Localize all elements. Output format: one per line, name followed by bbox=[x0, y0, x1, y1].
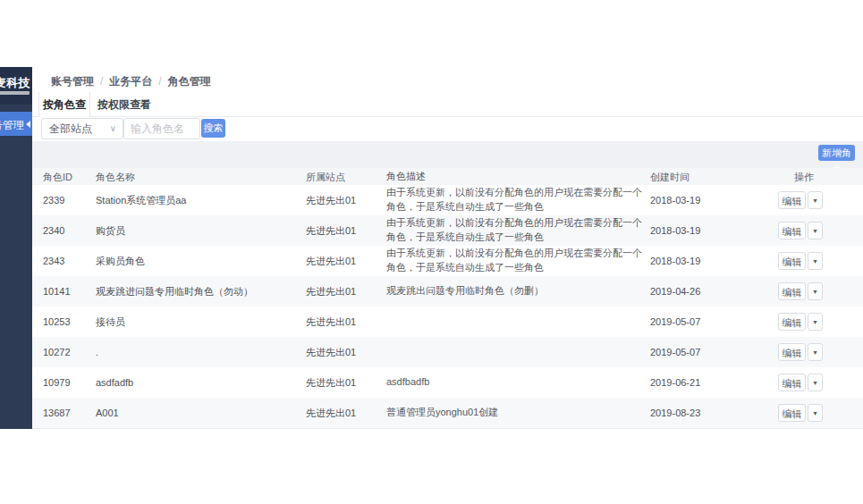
chevron-down-icon: ▼ bbox=[812, 197, 818, 204]
edit-button[interactable]: 编辑 bbox=[778, 222, 806, 239]
cell-actions: 编辑▼ bbox=[778, 374, 857, 391]
cell-description: 普通管理员yonghu01创建 bbox=[386, 406, 650, 420]
sidebar: 观麦科技 账号管理 bbox=[0, 67, 32, 429]
edit-dropdown-button[interactable]: ▼ bbox=[808, 222, 823, 239]
chevron-down-icon: ▼ bbox=[812, 228, 818, 234]
toolbar-band: 新增角色 bbox=[32, 141, 863, 168]
chevron-down-icon: ▼ bbox=[812, 289, 818, 295]
cell-site: 先进先出01 bbox=[306, 346, 356, 359]
col-created: 创建时间 bbox=[650, 170, 690, 183]
edit-dropdown-button[interactable]: ▼ bbox=[808, 404, 823, 422]
chevron-down-icon: ▼ bbox=[812, 258, 818, 265]
edit-dropdown-button[interactable]: ▼ bbox=[808, 374, 823, 391]
table-row: 2340 购货员 先进先出01 由于系统更新，以前没有分配角色的用户现在需要分配… bbox=[32, 215, 863, 246]
edit-button[interactable]: 编辑 bbox=[778, 252, 806, 270]
cell-actions: 编辑▼ bbox=[778, 343, 857, 361]
cell-site: 先进先出01 bbox=[306, 224, 356, 238]
edit-button[interactable]: 编辑 bbox=[778, 313, 806, 331]
cell-role-name: Station系统管理员aa bbox=[96, 194, 186, 207]
edit-button[interactable]: 编辑 bbox=[778, 404, 806, 422]
table-row: 2339 Station系统管理员aa 先进先出01 由于系统更新，以前没有分配… bbox=[32, 185, 863, 215]
edit-button[interactable]: 编辑 bbox=[778, 191, 806, 209]
cell-role-id: 10979 bbox=[43, 377, 71, 388]
site-select[interactable]: 全部站点 ∨ bbox=[41, 118, 123, 139]
cell-role-id: 2343 bbox=[43, 256, 64, 266]
tab-bar: 按角色查看 按权限查看 bbox=[32, 92, 863, 117]
site-select-value: 全部站点 bbox=[49, 122, 92, 135]
cell-role-name: asdfadfb bbox=[96, 377, 133, 388]
cell-role-name: 接待员 bbox=[96, 315, 125, 329]
cell-actions: 编辑▼ bbox=[778, 313, 857, 331]
add-role-button[interactable]: 新增角色 bbox=[818, 145, 855, 161]
breadcrumb-item-account[interactable]: 账号管理 bbox=[51, 75, 94, 88]
tab-view-by-permission[interactable]: 按权限查看 bbox=[91, 92, 157, 117]
cell-created: 2019-08-23 bbox=[650, 407, 700, 418]
edit-button[interactable]: 编辑 bbox=[778, 374, 806, 391]
cell-site: 先进先出01 bbox=[306, 315, 356, 329]
arrow-left-icon bbox=[26, 121, 30, 128]
table-row: 10253 接待员 先进先出01 2019-05-07 编辑▼ bbox=[32, 307, 863, 337]
cell-created: 2019-04-26 bbox=[650, 286, 700, 297]
col-role-id: 角色ID bbox=[43, 170, 72, 183]
cell-actions: 编辑▼ bbox=[778, 282, 857, 300]
logo-text: 观麦科技 bbox=[0, 75, 30, 91]
cell-created: 2018-03-19 bbox=[650, 256, 700, 266]
cell-role-name: . bbox=[96, 347, 98, 357]
edit-button[interactable]: 编辑 bbox=[778, 282, 806, 300]
table-row: 10272 . 先进先出01 2019-05-07 编辑▼ bbox=[32, 337, 863, 367]
cell-created: 2018-03-19 bbox=[650, 195, 700, 206]
edit-dropdown-button[interactable]: ▼ bbox=[808, 313, 823, 331]
cell-actions: 编辑▼ bbox=[778, 191, 857, 209]
search-button[interactable]: 搜索 bbox=[201, 119, 225, 138]
breadcrumb: 账号管理/业务平台/角色管理 bbox=[51, 74, 211, 89]
cell-description: asdfbadfb bbox=[386, 375, 650, 390]
cell-actions: 编辑▼ bbox=[778, 252, 857, 270]
edit-dropdown-button[interactable]: ▼ bbox=[808, 191, 823, 209]
cell-site: 先进先出01 bbox=[306, 255, 356, 268]
cell-actions: 编辑▼ bbox=[778, 404, 857, 422]
table-row: 13687 A001 先进先出01 普通管理员yonghu01创建 2019-0… bbox=[32, 398, 863, 428]
edit-dropdown-button[interactable]: ▼ bbox=[808, 343, 823, 361]
chevron-down-icon: ∨ bbox=[110, 119, 116, 139]
cell-description: 由于系统更新，以前没有分配角色的用户现在需要分配一个角色，于是系统自动生成了一些… bbox=[386, 247, 650, 275]
table-row: 10979 asdfadfb 先进先出01 asdfbadfb 2019-06-… bbox=[32, 367, 863, 398]
sidebar-item-account-management[interactable]: 账号管理 bbox=[0, 112, 32, 136]
table-row: 2343 采购员角色 先进先出01 由于系统更新，以前没有分配角色的用户现在需要… bbox=[32, 246, 863, 276]
edit-dropdown-button[interactable]: ▼ bbox=[808, 282, 823, 300]
logo: 观麦科技 bbox=[0, 67, 32, 105]
chevron-down-icon: ▼ bbox=[812, 349, 818, 356]
cell-created: 2019-05-07 bbox=[650, 316, 700, 327]
cell-site: 先进先出01 bbox=[306, 376, 356, 390]
cell-actions: 编辑▼ bbox=[778, 222, 857, 239]
breadcrumb-bar: 账号管理/业务平台/角色管理 bbox=[32, 67, 863, 92]
breadcrumb-separator: / bbox=[158, 75, 161, 88]
tab-view-by-role[interactable]: 按角色查看 bbox=[38, 92, 90, 117]
cell-site: 先进先出01 bbox=[306, 407, 356, 420]
cell-created: 2018-03-19 bbox=[650, 225, 700, 236]
cell-role-name: 购货员 bbox=[96, 224, 125, 238]
breadcrumb-item-role: 角色管理 bbox=[168, 75, 211, 88]
cell-role-id: 10272 bbox=[43, 347, 71, 357]
breadcrumb-separator: / bbox=[100, 75, 103, 88]
role-name-input[interactable] bbox=[123, 118, 200, 139]
edit-button[interactable]: 编辑 bbox=[778, 343, 806, 361]
cell-created: 2019-06-21 bbox=[650, 377, 700, 388]
table-header: 角色ID 角色名称 所属站点 角色描述 创建时间 操作 bbox=[32, 168, 863, 185]
cell-role-id: 13687 bbox=[43, 407, 71, 418]
logo-subtitle bbox=[0, 91, 30, 95]
col-description: 角色描述 bbox=[386, 170, 426, 184]
breadcrumb-item-platform[interactable]: 业务平台 bbox=[109, 75, 152, 88]
chevron-down-icon: ▼ bbox=[812, 410, 818, 416]
col-site: 所属站点 bbox=[306, 170, 345, 183]
table-row: 10141 观麦跳进问题专用临时角色（勿动） 先进先出01 观麦跳出问题专用临时… bbox=[32, 276, 863, 307]
cell-created: 2019-05-07 bbox=[650, 347, 700, 357]
cell-description: 由于系统更新，以前没有分配角色的用户现在需要分配一个角色，于是系统自动生成了一些… bbox=[386, 186, 650, 214]
edit-dropdown-button[interactable]: ▼ bbox=[808, 252, 823, 270]
filter-bar: 全部站点 ∨ 搜索 bbox=[32, 117, 863, 141]
cell-site: 先进先出01 bbox=[306, 194, 356, 207]
cell-role-id: 10253 bbox=[43, 316, 71, 327]
chevron-down-icon: ▼ bbox=[812, 319, 818, 325]
cell-role-id: 10141 bbox=[43, 286, 71, 297]
cell-role-id: 2339 bbox=[43, 195, 64, 206]
roles-table: 角色ID 角色名称 所属站点 角色描述 创建时间 操作 2339 Station… bbox=[32, 168, 863, 429]
